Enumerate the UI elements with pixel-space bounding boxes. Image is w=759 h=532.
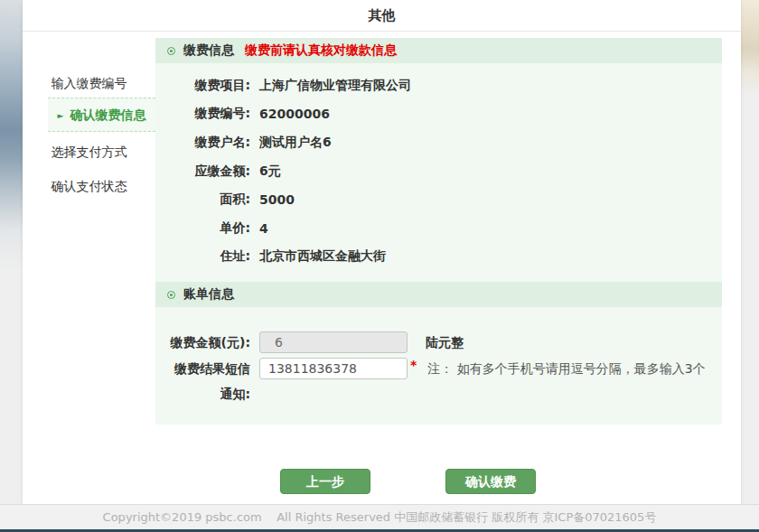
amount-in-words: 陆元整 <box>426 331 464 353</box>
info-label: 缴费户名: <box>155 135 250 151</box>
content-panel: 其他 输入缴费编号 ►确认缴费信息 选择支付方式 确认支付状态 缴费信息 缴费前… <box>23 0 741 504</box>
info-row-address: 住址: 北京市西城区金融大街 <box>155 243 722 272</box>
required-asterisk: * <box>410 358 417 372</box>
info-row-area: 面积: 5000 <box>155 185 722 214</box>
bill-info-section-title: 账单信息 <box>183 286 234 303</box>
payment-info-list: 缴费项目: 上海广信物业管理有限公司 缴费编号: 62000006 缴费户名: … <box>155 63 722 271</box>
info-row-project: 缴费项目: 上海广信物业管理有限公司 <box>155 71 722 100</box>
info-value: 北京市西城区金融大街 <box>259 248 386 265</box>
payment-info-warning: 缴费前请认真核对缴款信息 <box>245 42 397 59</box>
amount-field-row: 缴费金额(元): 陆元整 <box>155 331 722 353</box>
info-label: 面积: <box>155 191 250 208</box>
info-value: 5000 <box>259 192 295 207</box>
info-label: 单价: <box>155 220 250 237</box>
info-value: 62000006 <box>259 107 330 121</box>
info-label: 缴费编号: <box>155 106 250 122</box>
confirm-payment-button[interactable]: 确认缴费 <box>445 469 536 494</box>
payment-info-section-header: 缴费信息 缴费前请认真核对缴款信息 <box>155 38 722 63</box>
section-bullet-icon <box>167 291 175 299</box>
page: 其他 输入缴费编号 ►确认缴费信息 选择支付方式 确认支付状态 缴费信息 缴费前… <box>0 0 759 532</box>
info-label: 住址: <box>155 248 250 265</box>
sidebar-step-confirm-info[interactable]: ►确认缴费信息 <box>48 98 155 132</box>
payment-info-section-title: 缴费信息 <box>183 42 234 59</box>
page-title: 其他 <box>23 0 741 32</box>
info-row-number: 缴费编号: 62000006 <box>155 100 722 129</box>
sms-phone-input[interactable] <box>259 358 408 379</box>
amount-field-label: 缴费金额(元): <box>155 331 250 353</box>
section-bullet-icon <box>167 47 175 55</box>
info-value: 测试用户名6 <box>259 135 332 151</box>
sidebar-step-label: 确认缴费信息 <box>70 107 145 122</box>
info-row-account-name: 缴费户名: 测试用户名6 <box>155 128 722 157</box>
background-photo-right <box>741 0 759 95</box>
sms-note: 注： 如有多个手机号请用逗号分隔，最多输入3个 <box>427 358 705 379</box>
info-value: 4 <box>259 221 268 236</box>
sidebar-step-enter-number[interactable]: 输入缴费编号 <box>23 74 155 92</box>
info-label: 应缴金额: <box>155 163 250 180</box>
previous-step-button[interactable]: 上一步 <box>280 469 370 494</box>
info-row-unit-price: 单价: 4 <box>155 214 722 243</box>
background-photo-left <box>0 0 23 271</box>
info-value: 6元 <box>259 163 281 180</box>
copyright-footer: Copyright©2019 psbc.com All Rights Reser… <box>0 504 759 529</box>
info-value: 上海广信物业管理有限公司 <box>259 78 411 94</box>
sidebar-step-payment-status[interactable]: 确认支付状态 <box>23 177 155 195</box>
info-label: 缴费项目: <box>155 78 250 94</box>
payment-content-box: 缴费信息 缴费前请认真核对缴款信息 缴费项目: 上海广信物业管理有限公司 缴费编… <box>155 38 722 425</box>
sms-field-label: 缴费结果短信通知: <box>155 356 250 406</box>
info-row-amount-due: 应缴金额: 6元 <box>155 157 722 186</box>
sidebar-step-payment-method[interactable]: 选择支付方式 <box>23 143 155 161</box>
amount-input <box>259 331 408 353</box>
sms-field-row: 缴费结果短信通知: * 注： 如有多个手机号请用逗号分隔，最多输入3个 <box>155 358 722 406</box>
active-step-arrow-icon: ► <box>58 111 64 120</box>
bill-info-section-header: 账单信息 <box>155 282 722 307</box>
